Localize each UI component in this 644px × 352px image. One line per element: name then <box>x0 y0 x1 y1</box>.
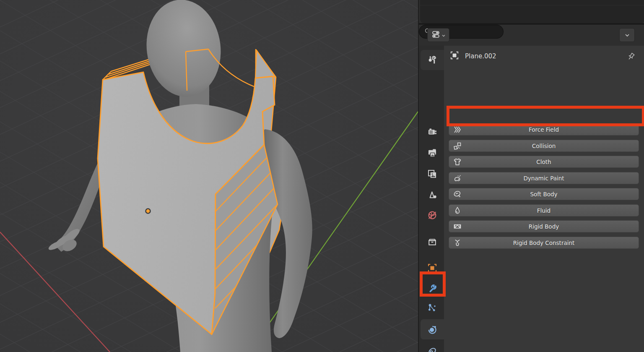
soft-body-label: Soft Body <box>530 191 557 198</box>
object-origin-dot <box>146 209 151 214</box>
tab-scene[interactable] <box>421 185 444 205</box>
tab-object[interactable] <box>421 258 444 278</box>
collision-icon <box>453 142 462 151</box>
physics-properties-content: Plane.002 Force Field <box>444 46 644 352</box>
physics-icon <box>427 324 437 334</box>
force-field-button[interactable]: Force Field <box>449 123 639 136</box>
dynamic-paint-icon <box>453 174 462 184</box>
scene-icon <box>427 190 437 200</box>
world-icon <box>427 210 437 220</box>
chevron-down-icon <box>442 31 445 39</box>
view-layer-icon <box>427 169 437 179</box>
soft-body-icon <box>453 190 462 200</box>
properties-editor: Plane.002 Force Field <box>418 0 644 352</box>
rigid-body-constraint-button[interactable]: Rigid Body Constraint <box>449 237 639 249</box>
soft-body-button[interactable]: Soft Body <box>449 188 639 200</box>
tab-physics[interactable] <box>421 319 444 339</box>
rigid-body-constraint-icon <box>453 239 462 248</box>
object-name-label[interactable]: Plane.002 <box>465 52 496 60</box>
force-field-icon <box>453 125 462 135</box>
dynamic-paint-button[interactable]: Dynamic Paint <box>449 172 639 184</box>
collision-button[interactable]: Collision <box>449 140 639 152</box>
render-icon <box>427 127 437 137</box>
wrench-icon <box>427 283 437 293</box>
fluid-label: Fluid <box>537 207 551 214</box>
rigid-body-constraint-label: Rigid Body Constraint <box>513 240 575 246</box>
force-field-label: Force Field <box>529 126 559 133</box>
tab-render[interactable] <box>421 122 444 142</box>
3d-viewport[interactable] <box>0 0 418 352</box>
cloth-icon <box>453 158 462 167</box>
tab-modifiers[interactable] <box>421 278 444 298</box>
breadcrumb: Plane.002 <box>450 51 496 62</box>
tab-constraints[interactable] <box>421 341 444 352</box>
properties-tab-rail <box>420 46 444 352</box>
object-icon <box>427 263 437 273</box>
filter-dropdown-button[interactable] <box>619 28 635 42</box>
editor-type-dropdown[interactable] <box>427 28 449 42</box>
tab-view-layer[interactable] <box>421 164 444 184</box>
rigid-body-label: Rigid Body <box>529 223 559 230</box>
properties-header <box>419 25 644 46</box>
tab-particles[interactable] <box>421 298 444 318</box>
constraint-icon <box>427 346 437 352</box>
fluid-button[interactable]: Fluid <box>449 204 639 216</box>
particles-icon <box>427 303 437 313</box>
cloth-label: Cloth <box>536 159 551 165</box>
tab-tool[interactable] <box>421 50 444 70</box>
tab-world[interactable] <box>421 205 444 225</box>
tool-icon <box>427 55 437 65</box>
cloth-button[interactable]: Cloth <box>449 156 639 168</box>
fluid-icon <box>453 206 462 216</box>
pin-icon[interactable] <box>626 52 636 63</box>
properties-editor-icon <box>432 31 441 40</box>
rigid-body-icon <box>453 222 462 232</box>
output-icon <box>427 148 437 158</box>
collection-icon <box>427 237 437 247</box>
rigid-body-button[interactable]: Rigid Body <box>449 220 639 232</box>
object-breadcrumb-icon <box>450 51 459 62</box>
tab-collection[interactable] <box>421 232 444 252</box>
collision-label: Collision <box>532 143 556 149</box>
outliner-bottom-strip <box>420 0 644 23</box>
dynamic-paint-label: Dynamic Paint <box>523 175 564 182</box>
tab-output[interactable] <box>421 143 444 163</box>
